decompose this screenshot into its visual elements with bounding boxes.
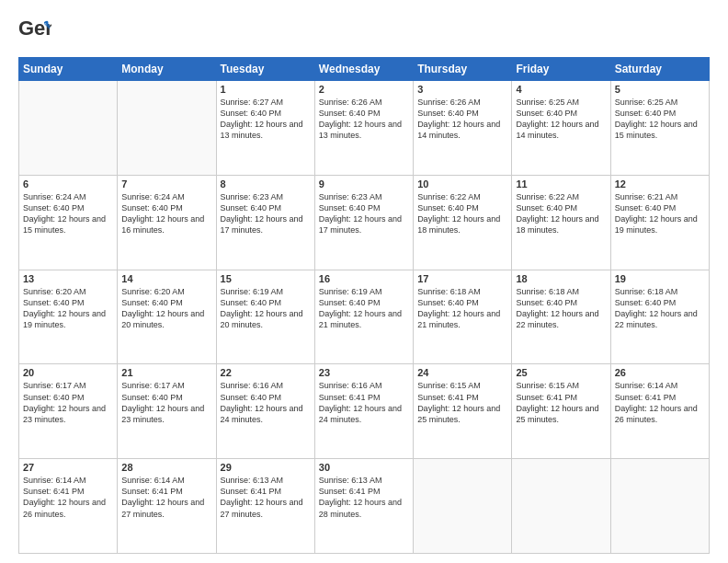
svg-text:Gen: Gen [18, 17, 51, 40]
calendar-cell: 27Sunrise: 6:14 AM Sunset: 6:41 PM Dayli… [19, 459, 118, 554]
day-number: 3 [417, 84, 507, 95]
day-info: Sunrise: 6:24 AM Sunset: 6:40 PM Dayligh… [23, 191, 113, 236]
weekday-header-wednesday: Wednesday [314, 58, 413, 81]
calendar-cell: 15Sunrise: 6:19 AM Sunset: 6:40 PM Dayli… [216, 270, 314, 364]
calendar-cell: 30Sunrise: 6:13 AM Sunset: 6:41 PM Dayli… [314, 459, 413, 554]
day-number: 22 [221, 367, 311, 378]
day-number: 13 [23, 273, 113, 284]
day-number: 9 [319, 178, 409, 190]
day-number: 12 [615, 178, 705, 190]
calendar-week-5: 27Sunrise: 6:14 AM Sunset: 6:41 PM Dayli… [19, 459, 710, 554]
calendar-cell: 28Sunrise: 6:14 AM Sunset: 6:41 PM Dayli… [118, 459, 216, 554]
calendar-cell [118, 81, 216, 176]
calendar-cell: 9Sunrise: 6:23 AM Sunset: 6:40 PM Daylig… [314, 175, 413, 270]
day-info: Sunrise: 6:18 AM Sunset: 6:40 PM Dayligh… [615, 286, 705, 331]
day-info: Sunrise: 6:25 AM Sunset: 6:40 PM Dayligh… [516, 97, 606, 142]
weekday-header-friday: Friday [512, 58, 610, 81]
calendar-cell [610, 459, 709, 554]
calendar-week-4: 20Sunrise: 6:17 AM Sunset: 6:40 PM Dayli… [19, 364, 710, 459]
day-number: 11 [516, 178, 606, 190]
day-number: 28 [121, 462, 211, 473]
calendar-cell: 13Sunrise: 6:20 AM Sunset: 6:40 PM Dayli… [19, 270, 118, 364]
calendar-cell: 14Sunrise: 6:20 AM Sunset: 6:40 PM Dayli… [118, 270, 216, 364]
day-number: 10 [417, 178, 507, 190]
weekday-header-tuesday: Tuesday [216, 58, 314, 81]
day-number: 19 [615, 273, 705, 284]
calendar-cell: 20Sunrise: 6:17 AM Sunset: 6:40 PM Dayli… [19, 364, 118, 459]
day-info: Sunrise: 6:18 AM Sunset: 6:40 PM Dayligh… [417, 286, 507, 331]
calendar-cell: 5Sunrise: 6:25 AM Sunset: 6:40 PM Daylig… [610, 81, 709, 176]
day-info: Sunrise: 6:22 AM Sunset: 6:40 PM Dayligh… [417, 191, 507, 236]
calendar-cell: 1Sunrise: 6:27 AM Sunset: 6:40 PM Daylig… [216, 81, 314, 176]
day-number: 18 [516, 273, 606, 284]
header: Gen [18, 17, 710, 50]
calendar-cell: 10Sunrise: 6:22 AM Sunset: 6:40 PM Dayli… [414, 175, 512, 270]
day-number: 14 [121, 273, 211, 284]
day-info: Sunrise: 6:25 AM Sunset: 6:40 PM Dayligh… [615, 97, 705, 142]
calendar-cell: 29Sunrise: 6:13 AM Sunset: 6:41 PM Dayli… [216, 459, 314, 554]
day-info: Sunrise: 6:14 AM Sunset: 6:41 PM Dayligh… [121, 475, 211, 520]
day-number: 4 [516, 84, 606, 95]
day-number: 16 [319, 273, 409, 284]
day-number: 23 [319, 367, 409, 378]
logo: Gen [18, 17, 51, 50]
day-number: 27 [23, 462, 113, 473]
day-info: Sunrise: 6:15 AM Sunset: 6:41 PM Dayligh… [417, 380, 507, 425]
day-info: Sunrise: 6:26 AM Sunset: 6:40 PM Dayligh… [417, 97, 507, 142]
logo-icon: Gen [18, 17, 51, 50]
calendar-cell: 22Sunrise: 6:16 AM Sunset: 6:40 PM Dayli… [216, 364, 314, 459]
weekday-header-monday: Monday [118, 58, 216, 81]
weekday-header-sunday: Sunday [19, 58, 118, 81]
day-info: Sunrise: 6:14 AM Sunset: 6:41 PM Dayligh… [23, 475, 113, 520]
day-info: Sunrise: 6:17 AM Sunset: 6:40 PM Dayligh… [23, 380, 113, 425]
day-number: 26 [615, 367, 705, 378]
calendar-cell: 16Sunrise: 6:19 AM Sunset: 6:40 PM Dayli… [314, 270, 413, 364]
calendar-cell [19, 81, 118, 176]
day-info: Sunrise: 6:26 AM Sunset: 6:40 PM Dayligh… [319, 97, 409, 142]
calendar-cell: 24Sunrise: 6:15 AM Sunset: 6:41 PM Dayli… [414, 364, 512, 459]
day-info: Sunrise: 6:22 AM Sunset: 6:40 PM Dayligh… [516, 191, 606, 236]
calendar-cell [414, 459, 512, 554]
calendar-cell: 6Sunrise: 6:24 AM Sunset: 6:40 PM Daylig… [19, 175, 118, 270]
day-number: 17 [417, 273, 507, 284]
day-info: Sunrise: 6:21 AM Sunset: 6:40 PM Dayligh… [615, 191, 705, 236]
day-info: Sunrise: 6:20 AM Sunset: 6:40 PM Dayligh… [121, 286, 211, 331]
calendar-cell: 2Sunrise: 6:26 AM Sunset: 6:40 PM Daylig… [314, 81, 413, 176]
day-number: 24 [417, 367, 507, 378]
day-info: Sunrise: 6:14 AM Sunset: 6:41 PM Dayligh… [615, 380, 705, 425]
calendar-cell: 7Sunrise: 6:24 AM Sunset: 6:40 PM Daylig… [118, 175, 216, 270]
day-number: 30 [319, 462, 409, 473]
calendar-cell [512, 459, 610, 554]
day-number: 21 [121, 367, 211, 378]
calendar-cell: 11Sunrise: 6:22 AM Sunset: 6:40 PM Dayli… [512, 175, 610, 270]
day-number: 29 [221, 462, 311, 473]
calendar-cell: 12Sunrise: 6:21 AM Sunset: 6:40 PM Dayli… [610, 175, 709, 270]
day-info: Sunrise: 6:19 AM Sunset: 6:40 PM Dayligh… [319, 286, 409, 331]
calendar-week-1: 1Sunrise: 6:27 AM Sunset: 6:40 PM Daylig… [19, 81, 710, 176]
day-info: Sunrise: 6:15 AM Sunset: 6:41 PM Dayligh… [516, 380, 606, 425]
day-number: 25 [516, 367, 606, 378]
day-number: 5 [615, 84, 705, 95]
calendar-week-3: 13Sunrise: 6:20 AM Sunset: 6:40 PM Dayli… [19, 270, 710, 364]
day-info: Sunrise: 6:27 AM Sunset: 6:40 PM Dayligh… [221, 97, 311, 142]
day-number: 2 [319, 84, 409, 95]
day-number: 1 [221, 84, 311, 95]
calendar-week-2: 6Sunrise: 6:24 AM Sunset: 6:40 PM Daylig… [19, 175, 710, 270]
weekday-header-saturday: Saturday [610, 58, 709, 81]
day-number: 6 [23, 178, 113, 190]
weekday-header-row: SundayMondayTuesdayWednesdayThursdayFrid… [19, 58, 710, 81]
day-info: Sunrise: 6:16 AM Sunset: 6:41 PM Dayligh… [319, 380, 409, 425]
day-number: 7 [121, 178, 211, 190]
calendar-cell: 4Sunrise: 6:25 AM Sunset: 6:40 PM Daylig… [512, 81, 610, 176]
day-number: 15 [221, 273, 311, 284]
day-info: Sunrise: 6:23 AM Sunset: 6:40 PM Dayligh… [221, 191, 311, 236]
calendar-cell: 21Sunrise: 6:17 AM Sunset: 6:40 PM Dayli… [118, 364, 216, 459]
calendar-cell: 8Sunrise: 6:23 AM Sunset: 6:40 PM Daylig… [216, 175, 314, 270]
day-info: Sunrise: 6:20 AM Sunset: 6:40 PM Dayligh… [23, 286, 113, 331]
page: Gen SundayMondayTuesdayWednesdayThursday… [0, 0, 728, 563]
day-info: Sunrise: 6:18 AM Sunset: 6:40 PM Dayligh… [516, 286, 606, 331]
calendar-cell: 25Sunrise: 6:15 AM Sunset: 6:41 PM Dayli… [512, 364, 610, 459]
calendar-cell: 18Sunrise: 6:18 AM Sunset: 6:40 PM Dayli… [512, 270, 610, 364]
calendar-cell: 23Sunrise: 6:16 AM Sunset: 6:41 PM Dayli… [314, 364, 413, 459]
calendar-cell: 17Sunrise: 6:18 AM Sunset: 6:40 PM Dayli… [414, 270, 512, 364]
